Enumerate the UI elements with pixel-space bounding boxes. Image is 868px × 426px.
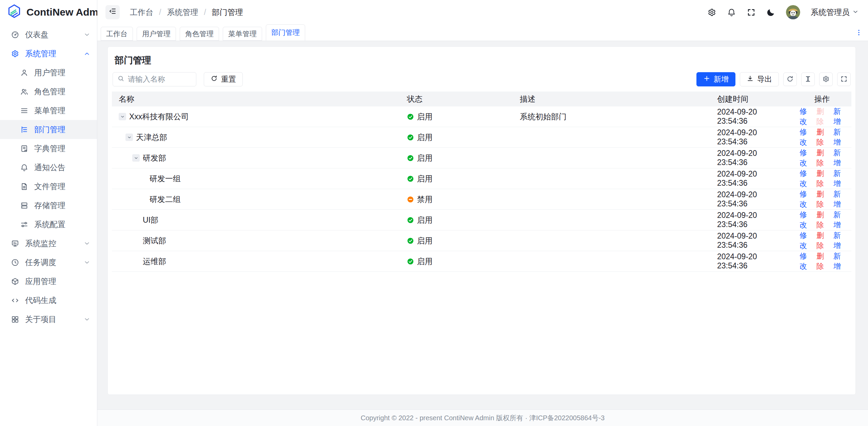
dept-desc [513, 148, 710, 168]
dept-name: 天津总部 [136, 132, 167, 143]
gear-icon [11, 49, 19, 58]
delete-link[interactable]: 删除 [816, 127, 828, 147]
sidebar-item-dashboard[interactable]: 仪表盘 [0, 25, 97, 44]
edit-link[interactable]: 修改 [800, 106, 811, 127]
sidebar-item-role-management[interactable]: 角色管理 [0, 82, 97, 101]
export-button[interactable]: 导出 [740, 72, 779, 86]
edit-link[interactable]: 修改 [800, 230, 811, 251]
sidebar-item-about-project[interactable]: 关于项目 [0, 310, 97, 329]
table-fullscreen-button[interactable] [837, 73, 851, 86]
sidebar-item-file-management[interactable]: 文件管理 [0, 177, 97, 196]
column-header-name: 名称 [112, 92, 400, 106]
created-time: 2024-09-20 23:54:36 [710, 251, 793, 272]
created-time: 2024-09-20 23:54:36 [710, 189, 793, 210]
delete-link[interactable]: 删除 [816, 168, 828, 189]
column-settings-button[interactable] [819, 73, 833, 86]
breadcrumb-item[interactable]: 工作台 [130, 7, 153, 18]
add-child-link[interactable]: 新增 [833, 189, 845, 209]
tab-user-management[interactable]: 用户管理 [137, 27, 176, 41]
dept-desc [513, 230, 710, 251]
add-button[interactable]: 新增 [696, 72, 735, 86]
dept-name-cell: 研发二组 [119, 194, 393, 205]
delete-link[interactable]: 删除 [816, 189, 828, 209]
toolbar: 重置 新增 导出 [112, 72, 851, 86]
edit-link[interactable]: 修改 [800, 189, 811, 209]
sidebar-item-storage-management[interactable]: 存储管理 [0, 196, 97, 215]
add-child-link[interactable]: 新增 [833, 148, 845, 168]
reset-button[interactable]: 重置 [204, 72, 243, 86]
sidebar-item-dict-management[interactable]: 字典管理 [0, 139, 97, 158]
tab-role-management[interactable]: 角色管理 [180, 27, 219, 41]
status-enabled-icon [407, 237, 414, 244]
tab-actions-icon[interactable] [855, 29, 863, 36]
sidebar-item-job-schedule[interactable]: 任务调度 [0, 253, 97, 272]
status-label: 启用 [417, 153, 433, 163]
dark-mode-icon[interactable] [766, 8, 775, 17]
main-area: 工作台 / 系统管理 / 部门管理 [97, 0, 868, 426]
delete-link[interactable]: 删除 [816, 251, 828, 271]
add-child-link[interactable]: 新增 [833, 210, 845, 230]
edit-link[interactable]: 修改 [800, 127, 811, 147]
edit-link[interactable]: 修改 [800, 168, 811, 189]
tree-collapse-button[interactable] [125, 134, 133, 141]
sidebar-item-app-management[interactable]: 应用管理 [0, 272, 97, 291]
created-time: 2024-09-20 23:54:36 [710, 230, 793, 251]
sidebar-item-code-generator[interactable]: 代码生成 [0, 291, 97, 310]
sidebar-item-menu-management[interactable]: 菜单管理 [0, 101, 97, 120]
app-logo[interactable]: ContiNew Admin [0, 0, 97, 24]
notifications-icon[interactable] [727, 8, 736, 17]
breadcrumb-item[interactable]: 系统管理 [167, 7, 198, 18]
edit-link[interactable]: 修改 [800, 148, 811, 168]
book-icon [20, 144, 28, 153]
delete-link[interactable]: 删除 [816, 210, 828, 230]
fullscreen-icon[interactable] [747, 8, 756, 17]
sidebar-item-label: 用户管理 [34, 67, 65, 78]
sidebar-item-user-management[interactable]: 用户管理 [0, 63, 97, 82]
add-child-link[interactable]: 新增 [833, 127, 845, 147]
tab-dept-management[interactable]: 部门管理 [266, 24, 305, 41]
sidebar-item-label: 字典管理 [34, 143, 65, 154]
user-menu[interactable]: 系统管理员 [811, 7, 859, 18]
delete-link[interactable]: 删除 [816, 106, 828, 127]
table-header-row: 名称 状态 描述 创建时间 操作 [112, 92, 851, 106]
add-child-link[interactable]: 新增 [833, 251, 845, 271]
dept-desc [513, 127, 710, 148]
settings-icon[interactable] [707, 8, 716, 17]
edit-link[interactable]: 修改 [800, 210, 811, 230]
status-label: 启用 [417, 236, 433, 246]
edit-link[interactable]: 修改 [800, 251, 811, 271]
tab-menu-management[interactable]: 菜单管理 [223, 27, 262, 41]
sidebar-item-label: 系统监控 [25, 238, 56, 249]
created-time: 2024-09-20 23:54:36 [710, 127, 793, 148]
breadcrumb: 工作台 / 系统管理 / 部门管理 [130, 7, 243, 18]
delete-link[interactable]: 删除 [816, 230, 828, 251]
created-time: 2024-09-20 23:54:36 [710, 210, 793, 230]
avatar[interactable] [786, 5, 800, 19]
menu-fold-button[interactable] [105, 5, 120, 19]
tree-collapse-button[interactable] [119, 113, 126, 120]
line-height-icon [804, 75, 812, 84]
delete-link[interactable]: 删除 [816, 148, 828, 168]
sidebar-item-system-config[interactable]: 系统配置 [0, 215, 97, 234]
created-time: 2024-09-20 23:54:36 [710, 148, 793, 168]
search-icon [117, 75, 124, 84]
status-enabled-icon [407, 155, 414, 162]
tab-workbench[interactable]: 工作台 [101, 27, 133, 41]
search-box[interactable] [113, 72, 196, 86]
sidebar-item-notice[interactable]: 通知公告 [0, 158, 97, 177]
row-height-button[interactable] [801, 73, 815, 86]
chevron-down-icon [84, 240, 90, 247]
tree-collapse-button[interactable] [132, 154, 140, 162]
refresh-button[interactable] [783, 73, 797, 86]
add-child-link[interactable]: 新增 [833, 168, 845, 189]
sidebar-item-system-monitor[interactable]: 系统监控 [0, 234, 97, 253]
tab-label: 菜单管理 [228, 29, 257, 39]
sidebar-menu: 仪表盘系统管理用户管理角色管理菜单管理部门管理字典管理通知公告文件管理存储管理系… [0, 24, 97, 426]
add-child-link[interactable]: 新增 [833, 106, 845, 127]
sidebar-item-system-management[interactable]: 系统管理 [0, 44, 97, 63]
dept-name: 测试部 [143, 236, 166, 246]
sidebar-item-dept-management[interactable]: 部门管理 [0, 120, 97, 139]
add-child-link[interactable]: 新增 [833, 230, 845, 251]
reset-label: 重置 [221, 74, 236, 84]
search-input[interactable] [128, 75, 192, 84]
